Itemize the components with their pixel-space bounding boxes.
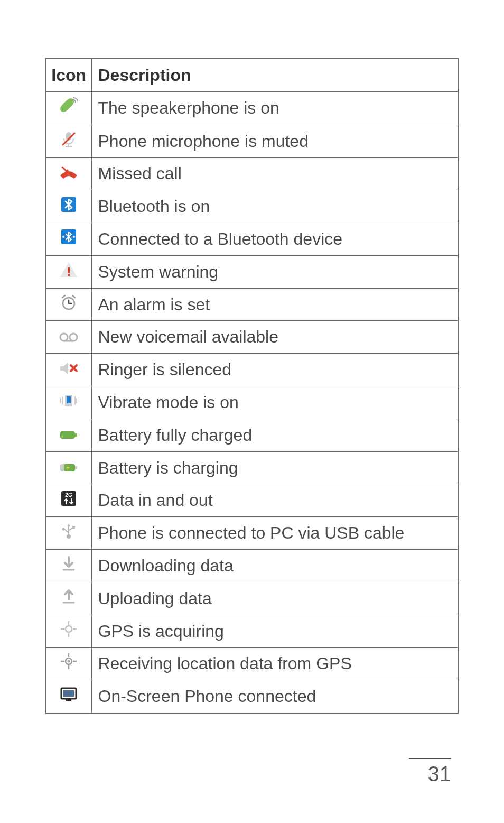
svg-point-35 [66,626,72,632]
svg-point-14 [70,334,77,341]
desc-cell: Missed call [91,158,458,190]
svg-rect-47 [63,690,74,697]
table-row: New voicemail available [46,321,458,354]
svg-rect-24 [75,466,77,469]
svg-rect-48 [66,699,71,701]
voicemail-icon [58,327,79,348]
bluetooth-on-icon [58,194,79,215]
table-row: Connected to a Bluetooth device [46,223,458,255]
table-row: Phone microphone is muted [46,125,458,158]
table-row: Battery is charging [46,451,458,484]
bluetooth-connected-icon [58,226,79,247]
missed-call-icon [58,161,79,182]
battery-full-icon [58,424,79,446]
battery-charging-icon [58,457,79,478]
svg-rect-9 [68,274,70,276]
gps-receiving-icon [58,651,79,672]
desc-cell: An alarm is set [91,288,458,321]
svg-point-6 [62,236,64,238]
desc-cell: Downloading data [91,549,458,582]
desc-cell: Receiving location data from GPS [91,648,458,680]
svg-text:2G: 2G [66,492,73,498]
desc-cell: New voicemail available [91,321,458,354]
desc-cell: Battery is charging [91,451,458,484]
svg-point-13 [60,334,68,341]
header-description: Description [91,59,458,91]
desc-cell: Battery fully charged [91,419,458,451]
page-footer: 31 [409,758,451,786]
table-row: GPS is acquiring [46,615,458,648]
speakerphone-icon [58,95,79,116]
table-row: Battery fully charged [46,419,458,451]
mic-muted-icon [58,128,79,150]
svg-rect-8 [68,267,70,273]
svg-point-7 [73,236,75,238]
table-row: Phone is connected to PC via USB cable [46,517,458,550]
usb-connected-icon [58,520,79,541]
downloading-icon [58,553,79,574]
desc-cell: System warning [91,255,458,288]
ringer-silenced-icon [58,358,79,379]
desc-cell: Data in and out [91,484,458,517]
icon-description-table: Icon Description The speakerphone is on [45,58,459,714]
page-number: 31 [409,762,451,786]
table-row: Uploading data [46,582,458,615]
gps-acquiring-icon [58,618,79,640]
svg-rect-30 [72,526,75,529]
svg-rect-21 [75,433,77,437]
table-row: Downloading data [46,549,458,582]
svg-rect-19 [67,396,71,403]
svg-line-12 [72,295,75,298]
desc-cell: Bluetooth is on [91,190,458,223]
table-row: 2G Data in and out [46,484,458,517]
desc-cell: The speakerphone is on [91,91,458,125]
desc-cell: On-Screen Phone connected [91,680,458,713]
svg-point-41 [68,660,70,663]
table-row: Vibrate mode is on [46,386,458,419]
desc-cell: Connected to a Bluetooth device [91,223,458,255]
table-row: Ringer is silenced [46,354,458,386]
data-in-out-icon: 2G [58,488,79,509]
desc-cell: Vibrate mode is on [91,386,458,419]
on-screen-phone-icon [58,684,79,705]
alarm-set-icon [58,292,79,313]
system-warning-icon [58,259,79,280]
table-row: System warning [46,255,458,288]
vibrate-mode-icon [58,390,79,411]
svg-line-11 [62,295,65,298]
table-row: The speakerphone is on [46,91,458,125]
table-row: Bluetooth is on [46,190,458,223]
desc-cell: Uploading data [91,582,458,615]
desc-cell: Ringer is silenced [91,354,458,386]
svg-rect-20 [60,431,75,439]
header-icon: Icon [46,59,91,91]
desc-cell: GPS is acquiring [91,615,458,648]
svg-rect-23 [64,464,75,471]
table-row: On-Screen Phone connected [46,680,458,713]
uploading-icon [58,586,79,607]
desc-cell: Phone is connected to PC via USB cable [91,517,458,550]
table-row: Receiving location data from GPS [46,648,458,680]
table-row: An alarm is set [46,288,458,321]
table-row: Missed call [46,158,458,190]
svg-point-29 [62,528,65,531]
desc-cell: Phone microphone is muted [91,125,458,158]
